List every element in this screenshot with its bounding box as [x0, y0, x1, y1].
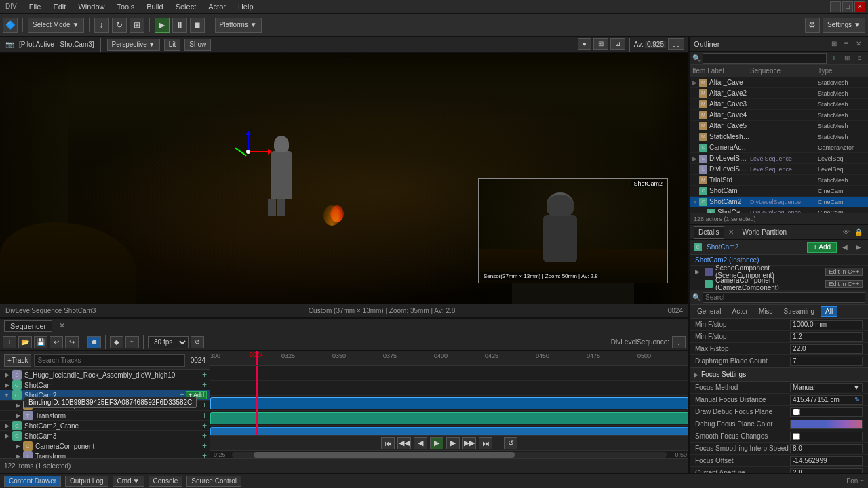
stop-btn[interactable]: ⏹ — [190, 18, 205, 33]
timeline-row-shotcam[interactable] — [210, 381, 688, 396]
track-item-rock[interactable]: ▶ S S_Huge_Icelandic_Rock_Assembly_dieW_… — [0, 370, 210, 380]
console-btn[interactable]: Console — [149, 476, 183, 487]
prop-interp-speed-value[interactable]: 8.0 — [790, 444, 863, 453]
seq-new-btn[interactable]: + — [3, 336, 16, 348]
outliner-item-divlevel-sh[interactable]: L DivLevelSequence_Sh LevelSequence Leve… — [690, 164, 868, 175]
cam-comp-clip[interactable] — [210, 412, 688, 424]
sequencer-tab[interactable]: Sequencer — [4, 320, 52, 332]
smooth-focus-checkbox[interactable] — [793, 433, 800, 440]
perspective-btn[interactable]: Perspective ▼ — [107, 39, 160, 51]
nav-start-btn[interactable]: ⏮ — [381, 437, 395, 449]
shotcam2-clip[interactable] — [210, 397, 688, 409]
nav-loop-btn[interactable]: ↺ — [504, 437, 517, 449]
draw-debug-checkbox[interactable] — [793, 409, 800, 415]
details-instance-name[interactable]: ShotCam2 — [707, 243, 738, 251]
playhead[interactable] — [256, 351, 258, 365]
prop-min-fstop-value[interactable]: 1.2 — [790, 332, 863, 342]
expand-rock[interactable]: ▶ — [3, 371, 11, 379]
outliner-search-input[interactable] — [703, 53, 827, 64]
seq-key-btn[interactable]: ◆ — [110, 336, 123, 348]
menu-build[interactable]: Build — [144, 3, 165, 11]
expand-transform[interactable]: ▶ — [14, 411, 22, 420]
prop-manual-focus-value[interactable]: 415.477151 cm ✎ — [790, 395, 863, 405]
outliner-item-altar-cave3[interactable]: M Altar_Cave3 StaticMesh — [690, 99, 868, 110]
track-add-camera-comp2[interactable]: + — [202, 441, 207, 451]
add-component-btn[interactable]: + Add — [807, 242, 837, 253]
menu-help[interactable]: Help — [235, 3, 256, 11]
nav-next-btn[interactable]: ▶ — [446, 437, 460, 449]
menu-window[interactable]: Window — [75, 3, 107, 11]
seq-save-btn[interactable]: 💾 — [34, 336, 47, 348]
expand-transform2[interactable]: ▶ — [14, 452, 22, 458]
settings-btn[interactable]: Settings ▼ — [823, 18, 865, 33]
seq-record-btn[interactable]: ⏺ — [87, 336, 101, 348]
track-add-rock[interactable]: + — [202, 370, 207, 380]
expand-shotcam[interactable]: ▶ — [3, 381, 11, 389]
seq-undo-btn[interactable]: ↩ — [50, 336, 63, 348]
settings-icon[interactable]: ⚙ — [805, 18, 820, 33]
prop-current-aperture-value[interactable]: 2.8 — [790, 468, 863, 474]
expand-shotcam2-crane[interactable]: ▶ — [3, 422, 11, 430]
snap-btn[interactable]: ⊿ — [610, 38, 625, 50]
track-add-shotcam3[interactable]: + — [202, 431, 207, 441]
seq-settings-btn[interactable]: ⋮ — [672, 336, 686, 348]
pause-btn[interactable]: ⏸ — [172, 18, 187, 33]
prop-max-fstop-value[interactable]: 22.0 — [790, 344, 863, 354]
scene-comp-edit-btn[interactable]: Edit in C++ — [825, 268, 863, 276]
outliner-item-altar-cave[interactable]: ▶ M Altar_Cave StaticMesh — [690, 77, 868, 88]
outliner-item-trialstd[interactable]: M TrialStd StaticMesh — [690, 175, 868, 186]
platforms-btn[interactable]: Platforms ▼ — [215, 18, 262, 33]
filter-misc[interactable]: Misc — [754, 306, 778, 317]
realtime-btn[interactable]: ● — [578, 38, 591, 50]
timeline-row-shotcam2[interactable] — [210, 396, 688, 411]
prop-debug-color-value[interactable] — [790, 420, 863, 429]
nav-play-btn[interactable]: ▶ — [430, 437, 443, 449]
track-item-camera-comp2[interactable]: ▶ C CameraComponent + — [0, 441, 210, 451]
filter-all[interactable]: All — [821, 306, 837, 317]
menu-select[interactable]: Select — [173, 3, 199, 11]
track-add-camera-comp[interactable]: + — [202, 401, 207, 410]
track-search-input[interactable] — [34, 354, 184, 367]
prop-blade-value[interactable]: 7 — [790, 357, 863, 366]
menu-actor[interactable]: Actor — [205, 3, 229, 11]
sequencer-close[interactable]: ✕ — [59, 321, 65, 330]
prop-max-focal-value[interactable]: 1000.0 mm — [790, 320, 863, 329]
close-btn[interactable]: ✕ — [854, 1, 865, 12]
expand-camera-comp2[interactable]: ▶ — [14, 442, 22, 450]
select-mode-btn[interactable]: Select Mode ▼ — [28, 18, 84, 33]
transform-gizmo[interactable] — [227, 131, 268, 171]
track-item-shotcam3[interactable]: ▶ C ShotCam3 + — [0, 431, 210, 441]
outliner-add-icon[interactable]: + — [829, 53, 840, 64]
nav-prev-btn[interactable]: ◀ — [414, 437, 427, 449]
outliner-item-camera-actor6[interactable]: C CameraActor6 CameraActor — [690, 142, 868, 153]
nav-end-btn[interactable]: ⏭ — [479, 437, 492, 449]
menu-edit[interactable]: Edit — [50, 3, 68, 11]
lit-btn[interactable]: Lit — [164, 39, 181, 51]
show-btn[interactable]: Show — [184, 39, 211, 51]
timeline-row-transform[interactable] — [210, 426, 688, 435]
prop-focus-offset-value[interactable]: -14.562999 — [790, 456, 863, 466]
expand-divlevel[interactable]: ▶ — [692, 155, 699, 162]
outliner-item-shotcam[interactable]: C ShotCam CineCam — [690, 186, 868, 197]
track-add-shotcam[interactable]: + — [202, 380, 207, 390]
details-eye-icon[interactable]: 👁 — [841, 227, 852, 238]
prop-focus-method-value[interactable]: Manual▼ — [790, 383, 863, 392]
filter-general[interactable]: General — [692, 306, 726, 317]
menu-file[interactable]: File — [26, 3, 44, 11]
seq-loop-btn[interactable]: ↺ — [191, 336, 204, 348]
seq-redo-btn[interactable]: ↪ — [65, 336, 79, 348]
track-add-shotcam2-crane[interactable]: + — [202, 421, 207, 430]
outliner-item-crane[interactable]: C ShotCam2_Crane DivLevelSequence CineCa… — [690, 207, 868, 213]
seq-scrollbar[interactable]: -0:25 0:50 — [210, 450, 688, 458]
outliner-close-icon[interactable]: ✕ — [853, 39, 864, 49]
details-tab-details[interactable]: Details — [694, 226, 724, 239]
fullscreen-btn[interactable]: ⛶ — [668, 38, 684, 50]
source-control-btn[interactable]: Source Control — [186, 476, 241, 487]
camera-component-item[interactable]: CameraComponent (CameraComponent) Edit i… — [690, 278, 868, 290]
play-btn[interactable]: ▶ — [155, 18, 170, 33]
expand-shotcam2[interactable]: ▼ — [3, 391, 11, 399]
expand-shotcam3[interactable]: ▶ — [3, 432, 11, 440]
details-tab-world[interactable]: World Partition — [738, 226, 791, 239]
cam-comp-edit-btn[interactable]: Edit in C++ — [825, 280, 863, 288]
outliner-item-altar-cave2[interactable]: M Altar_Cave2 StaticMesh — [690, 88, 868, 99]
